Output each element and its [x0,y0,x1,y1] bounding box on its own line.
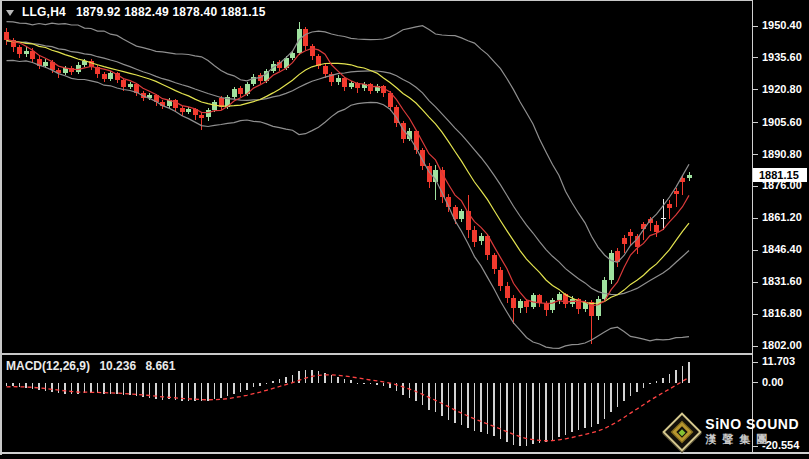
price-tick-label: 1905.60 [762,116,802,128]
macd-signal-value: 8.661 [145,359,175,373]
pane-separator[interactable] [0,353,753,355]
price-tick-mark [753,154,758,155]
chart-header: LLG,H4 1879.92 1882.49 1878.40 1881.15 [6,5,266,19]
price-tick-label: 1831.60 [762,275,802,287]
price-tick-mark [753,282,758,283]
price-tick-mark [753,57,758,58]
diamond-logo-icon [663,412,703,452]
price-tick-label: 1950.40 [762,19,802,31]
ohlc-values: 1879.92 1882.49 1878.40 1881.15 [76,5,266,19]
price-tick-mark [753,314,758,315]
price-tick-label: 1935.60 [762,51,802,63]
chart-window: LLG,H4 1879.92 1882.49 1878.40 1881.15 M… [0,0,809,459]
macd-name: MACD(12,26,9) [6,359,90,373]
price-tick-label: 1802.00 [762,339,802,351]
macd-tick-mark [753,362,758,363]
macd-axis-zero-label: 0.00 [762,376,783,388]
main-chart-pane[interactable] [0,0,752,353]
price-tick-mark [753,186,758,187]
price-tick-label: 1816.80 [762,307,802,319]
price-tick-mark [753,250,758,251]
sino-sound-logo: SiNO SOUND 漢聲集團 [668,417,799,446]
current-price-tag: 1881.15 [753,168,807,182]
macd-tick-mark [753,382,758,383]
macd-current-value: 10.236 [99,359,136,373]
price-tick-mark [753,26,758,27]
window-border-left [0,0,2,455]
price-tick-mark [753,89,758,90]
price-tick-label: 1846.40 [762,243,802,255]
price-tick-label: 1890.80 [762,148,802,160]
price-axis[interactable]: 1881.15 11.703 0.00 -20.554 1950.401935.… [753,0,809,452]
price-tick-mark [753,218,758,219]
macd-indicator-label: MACD(12,26,9) 10.236 8.661 [6,359,181,373]
logo-cjk: 漢聲集團 [705,433,799,446]
price-tick-label: 1861.20 [762,211,802,223]
price-tick-mark [753,122,758,123]
symbol-dropdown-icon[interactable] [6,10,14,16]
price-tick-mark [753,346,758,347]
logo-name: SiNO SOUND [705,417,799,431]
symbol-timeframe-label: LLG,H4 [22,5,66,19]
macd-axis-max-label: 11.703 [762,355,795,367]
window-border-top [0,0,809,1]
price-tick-label: 1920.80 [762,83,802,95]
window-border-bottom [0,452,809,454]
